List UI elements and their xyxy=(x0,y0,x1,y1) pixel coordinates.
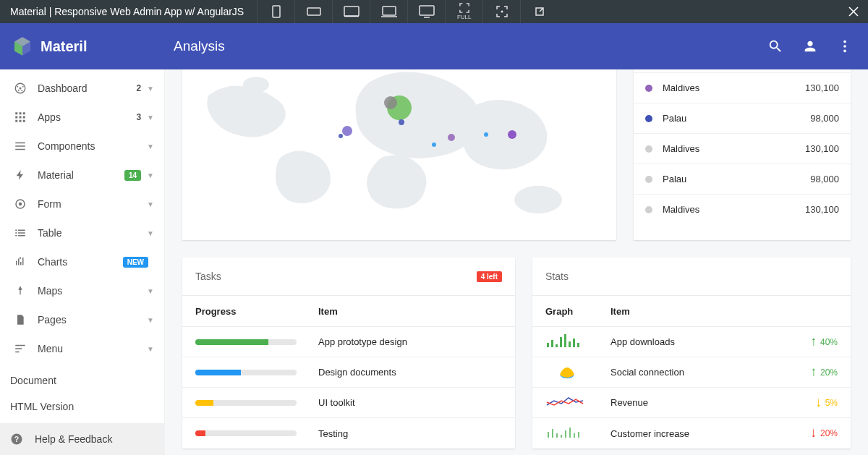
svg-rect-43 xyxy=(22,258,24,265)
open-new-window-icon[interactable] xyxy=(520,0,558,23)
sidebar-item-components[interactable]: Components▼ xyxy=(0,132,164,161)
map-marker[interactable] xyxy=(384,96,397,109)
sidebar-help-feedback[interactable]: ? Help & Feedback xyxy=(0,423,164,455)
target-icon xyxy=(10,197,30,211)
device-laptop[interactable] xyxy=(370,0,407,23)
apps-icon xyxy=(10,111,30,124)
more-vert-icon[interactable] xyxy=(830,32,859,61)
sidebar-badge: 14 xyxy=(124,170,141,181)
device-focus[interactable] xyxy=(482,0,520,23)
device-phone-landscape[interactable] xyxy=(294,0,332,23)
svg-point-17 xyxy=(22,86,24,88)
svg-rect-52 xyxy=(547,343,549,347)
device-tablet[interactable] xyxy=(332,0,370,23)
sidebar-help-label: Help & Feedback xyxy=(35,433,112,445)
stats-card: Stats Graph Item App downloads⭡40%Social… xyxy=(532,258,851,448)
device-phone-portrait[interactable] xyxy=(257,0,294,23)
sidebar-count: 3 xyxy=(136,112,141,122)
brand-logo-icon xyxy=(14,37,30,56)
stat-item-label: Revenue xyxy=(610,397,648,408)
sparkline xyxy=(545,425,610,443)
region-row[interactable]: Maldives130,100 xyxy=(634,72,851,103)
stat-row[interactable]: Social connection⭡20% xyxy=(532,357,851,388)
list-icon xyxy=(10,140,30,153)
sidebar-item-label: Material xyxy=(38,169,124,181)
sidebar-item-form[interactable]: Form▼ xyxy=(0,190,164,218)
help-icon: ? xyxy=(10,433,23,446)
stat-row[interactable]: Revenue⭣5% xyxy=(532,388,851,418)
tasks-col-item: Item xyxy=(318,306,338,317)
svg-rect-44 xyxy=(20,257,21,259)
region-row[interactable]: Palau98,000 xyxy=(634,163,851,194)
sidebar-item-maps[interactable]: Maps▼ xyxy=(0,276,164,305)
sidebar-item-pages[interactable]: Pages▼ xyxy=(0,305,164,334)
svg-rect-0 xyxy=(273,6,280,17)
svg-point-19 xyxy=(21,90,22,91)
sidebar-item-label: Apps xyxy=(38,111,136,123)
map-marker[interactable] xyxy=(432,143,436,147)
chevron-down-icon: ▼ xyxy=(147,287,154,295)
svg-rect-29 xyxy=(15,143,25,144)
map-marker[interactable] xyxy=(399,119,404,125)
task-row[interactable]: Design documents xyxy=(182,357,515,388)
svg-rect-2 xyxy=(344,7,359,16)
task-row[interactable]: UI toolkit xyxy=(182,388,515,418)
search-icon[interactable] xyxy=(761,32,790,61)
stat-pct: ⭡40% xyxy=(809,337,838,347)
stat-item-label: Customer increase xyxy=(610,428,689,439)
chevron-down-icon: ▼ xyxy=(147,85,154,93)
preview-title: Material | Responsive Web Admin App w/ A… xyxy=(0,6,254,17)
sidebar-html-version[interactable]: HTML Version xyxy=(0,394,164,420)
map-marker[interactable] xyxy=(484,132,488,137)
svg-rect-20 xyxy=(15,112,17,114)
sidebar-item-apps[interactable]: Apps3▼ xyxy=(0,103,164,132)
sidebar-badge: NEW xyxy=(123,257,148,268)
task-row[interactable]: App prototype design xyxy=(182,327,515,357)
sidebar-item-menu[interactable]: Menu▼ xyxy=(0,334,164,363)
region-value: 130,100 xyxy=(805,82,839,93)
device-desktop[interactable] xyxy=(407,0,445,23)
svg-rect-30 xyxy=(15,145,25,147)
svg-point-18 xyxy=(18,90,20,91)
task-item-label: Testing xyxy=(318,428,348,439)
sidebar-document[interactable]: Document xyxy=(0,367,164,394)
map-marker[interactable] xyxy=(342,126,352,136)
map-marker[interactable] xyxy=(448,134,455,141)
svg-rect-1 xyxy=(307,8,320,15)
sidebar-item-material[interactable]: Material14▼ xyxy=(0,161,164,190)
region-row[interactable]: Maldives130,100 xyxy=(634,133,851,163)
tasks-title: Tasks xyxy=(195,271,221,282)
sidebar-item-dashboard[interactable]: Dashboard2▼ xyxy=(0,74,164,103)
sidebar-item-charts[interactable]: ChartsNEW xyxy=(0,247,164,276)
stat-row[interactable]: App downloads⭡40% xyxy=(532,327,851,357)
page-icon xyxy=(10,313,30,326)
chevron-down-icon: ▼ xyxy=(147,171,154,179)
stats-title: Stats xyxy=(545,271,569,282)
sidebar-item-label: Charts xyxy=(38,256,123,268)
device-full[interactable]: FULL xyxy=(445,0,482,23)
account-icon[interactable] xyxy=(796,32,825,61)
svg-rect-37 xyxy=(18,232,25,234)
svg-rect-25 xyxy=(23,116,25,119)
region-row[interactable]: Maldives130,100 xyxy=(634,194,851,224)
map-marker[interactable] xyxy=(508,130,516,139)
sidebar-item-label: Menu xyxy=(38,343,147,354)
sparkline xyxy=(545,394,610,412)
close-icon[interactable] xyxy=(839,0,868,23)
task-row[interactable]: Testing xyxy=(182,418,515,448)
region-name: Maldives xyxy=(663,82,805,93)
region-value: 98,000 xyxy=(810,113,839,124)
stats-col-item: Item xyxy=(610,306,630,317)
regions-card: Marshall Islands130,200Maldives130,100Pa… xyxy=(634,69,851,240)
svg-rect-24 xyxy=(20,116,22,119)
region-dot xyxy=(645,115,652,122)
region-dot xyxy=(645,145,652,153)
sidebar-count: 2 xyxy=(136,83,141,93)
map-marker[interactable] xyxy=(339,134,343,138)
region-row[interactable]: Palau98,000 xyxy=(634,103,851,133)
sidebar-item-table[interactable]: Table▼ xyxy=(0,218,164,247)
progress-bar xyxy=(195,339,297,345)
region-value: 130,100 xyxy=(805,143,839,154)
stat-row[interactable]: Customer increase⭣20% xyxy=(532,418,851,448)
sidebar-item-label: Pages xyxy=(38,314,147,326)
